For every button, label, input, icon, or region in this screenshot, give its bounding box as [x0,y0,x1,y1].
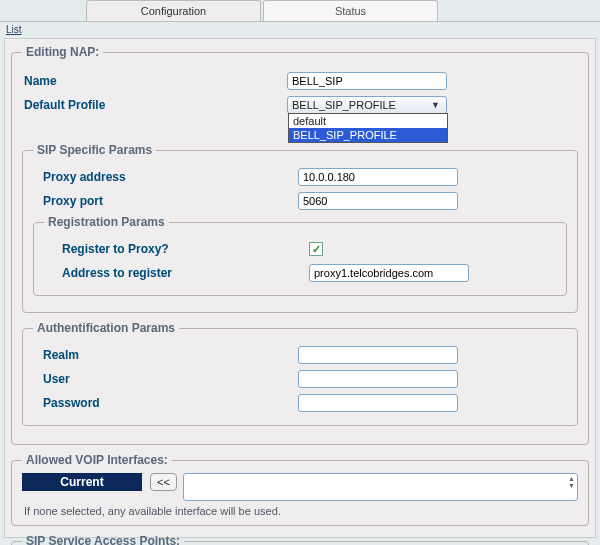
default-profile-select[interactable]: BELL_SIP_PROFILE ▼ [287,96,447,114]
name-field[interactable] [287,72,447,90]
stepper-icon[interactable]: ▲▼ [568,475,575,489]
default-profile-label: Default Profile [22,98,287,112]
allowed-note: If none selected, any available interfac… [24,505,576,517]
register-checkbox[interactable]: ✓ [309,242,323,256]
user-label: User [33,372,298,386]
proxy-port-field[interactable] [298,192,458,210]
default-profile-selected: BELL_SIP_PROFILE [292,99,396,111]
allowed-move-button[interactable]: << [150,473,177,491]
name-label: Name [22,74,287,88]
default-profile-dropdown[interactable]: default BELL_SIP_PROFILE [288,113,448,143]
sip-legend: SIP Specific Params [33,143,156,157]
registration-params-group: Registration Params Register to Proxy? ✓… [33,215,567,296]
allowed-legend: Allowed VOIP Interfaces: [22,453,172,467]
register-label: Register to Proxy? [44,242,309,256]
proxy-port-label: Proxy port [33,194,298,208]
realm-field[interactable] [298,346,458,364]
address-register-field[interactable] [309,264,469,282]
list-link[interactable]: List [6,24,22,35]
tab-configuration[interactable]: Configuration [86,0,261,21]
password-field[interactable] [298,394,458,412]
allowed-voip-group: Allowed VOIP Interfaces: Current << ▲▼ I… [11,453,589,526]
profile-option-bell[interactable]: BELL_SIP_PROFILE [289,128,447,142]
address-register-label: Address to register [44,266,309,280]
sip-params-group: SIP Specific Params Proxy address Proxy … [22,143,578,313]
proxy-address-label: Proxy address [33,170,298,184]
editing-legend: Editing NAP: [22,45,103,59]
profile-option-default[interactable]: default [289,114,447,128]
sap-group: SIP Service Access Points: Current SAP_1… [11,534,589,545]
password-label: Password [33,396,298,410]
proxy-address-field[interactable] [298,168,458,186]
reg-legend: Registration Params [44,215,169,229]
page-body: Editing NAP: Name Default Profile BELL_S… [4,38,596,538]
editing-nap-group: Editing NAP: Name Default Profile BELL_S… [11,45,589,445]
tab-status[interactable]: Status [263,0,438,21]
allowed-current-header: Current [22,473,142,491]
auth-params-group: Authentification Params Realm User Passw… [22,321,578,426]
user-field[interactable] [298,370,458,388]
chevron-down-icon: ▼ [431,100,442,110]
allowed-available-list[interactable]: ▲▼ [183,473,578,501]
auth-legend: Authentification Params [33,321,179,335]
sap-legend: SIP Service Access Points: [22,534,184,545]
realm-label: Realm [33,348,298,362]
